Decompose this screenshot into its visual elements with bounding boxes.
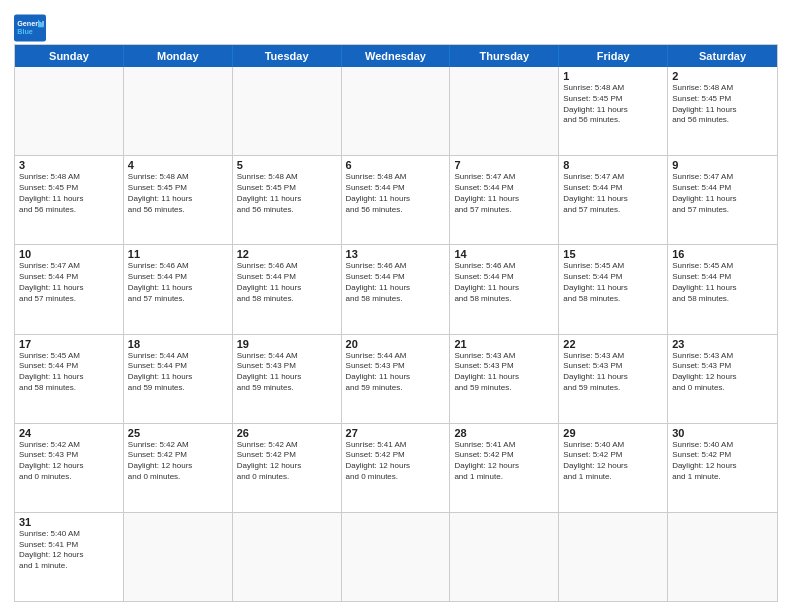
calendar-row-3: 17Sunrise: 5:45 AM Sunset: 5:44 PM Dayli… <box>15 335 777 424</box>
day-number: 19 <box>237 338 337 350</box>
day-number: 24 <box>19 427 119 439</box>
weekday-header-tuesday: Tuesday <box>233 45 342 67</box>
day-info: Sunrise: 5:46 AM Sunset: 5:44 PM Dayligh… <box>128 261 228 304</box>
calendar-cell-4-6: 30Sunrise: 5:40 AM Sunset: 5:42 PM Dayli… <box>668 424 777 512</box>
calendar-cell-3-1: 18Sunrise: 5:44 AM Sunset: 5:44 PM Dayli… <box>124 335 233 423</box>
calendar-cell-2-4: 14Sunrise: 5:46 AM Sunset: 5:44 PM Dayli… <box>450 245 559 333</box>
calendar-cell-0-6: 2Sunrise: 5:48 AM Sunset: 5:45 PM Daylig… <box>668 67 777 155</box>
calendar-cell-5-2 <box>233 513 342 601</box>
calendar-cell-1-1: 4Sunrise: 5:48 AM Sunset: 5:45 PM Daylig… <box>124 156 233 244</box>
day-info: Sunrise: 5:44 AM Sunset: 5:43 PM Dayligh… <box>346 351 446 394</box>
calendar-cell-4-3: 27Sunrise: 5:41 AM Sunset: 5:42 PM Dayli… <box>342 424 451 512</box>
day-info: Sunrise: 5:41 AM Sunset: 5:42 PM Dayligh… <box>454 440 554 483</box>
calendar-cell-0-2 <box>233 67 342 155</box>
day-info: Sunrise: 5:47 AM Sunset: 5:44 PM Dayligh… <box>672 172 773 215</box>
day-info: Sunrise: 5:42 AM Sunset: 5:43 PM Dayligh… <box>19 440 119 483</box>
calendar-cell-3-0: 17Sunrise: 5:45 AM Sunset: 5:44 PM Dayli… <box>15 335 124 423</box>
day-info: Sunrise: 5:45 AM Sunset: 5:44 PM Dayligh… <box>563 261 663 304</box>
day-info: Sunrise: 5:40 AM Sunset: 5:42 PM Dayligh… <box>563 440 663 483</box>
day-info: Sunrise: 5:48 AM Sunset: 5:45 PM Dayligh… <box>563 83 663 126</box>
day-number: 14 <box>454 248 554 260</box>
day-info: Sunrise: 5:43 AM Sunset: 5:43 PM Dayligh… <box>454 351 554 394</box>
day-number: 15 <box>563 248 663 260</box>
calendar-row-2: 10Sunrise: 5:47 AM Sunset: 5:44 PM Dayli… <box>15 245 777 334</box>
day-info: Sunrise: 5:40 AM Sunset: 5:42 PM Dayligh… <box>672 440 773 483</box>
day-number: 10 <box>19 248 119 260</box>
day-info: Sunrise: 5:46 AM Sunset: 5:44 PM Dayligh… <box>346 261 446 304</box>
day-number: 22 <box>563 338 663 350</box>
day-info: Sunrise: 5:47 AM Sunset: 5:44 PM Dayligh… <box>563 172 663 215</box>
calendar: SundayMondayTuesdayWednesdayThursdayFrid… <box>14 44 778 602</box>
day-number: 9 <box>672 159 773 171</box>
day-number: 2 <box>672 70 773 82</box>
day-info: Sunrise: 5:47 AM Sunset: 5:44 PM Dayligh… <box>19 261 119 304</box>
day-number: 25 <box>128 427 228 439</box>
day-info: Sunrise: 5:43 AM Sunset: 5:43 PM Dayligh… <box>563 351 663 394</box>
day-number: 13 <box>346 248 446 260</box>
weekday-header-monday: Monday <box>124 45 233 67</box>
calendar-cell-3-6: 23Sunrise: 5:43 AM Sunset: 5:43 PM Dayli… <box>668 335 777 423</box>
calendar-row-1: 3Sunrise: 5:48 AM Sunset: 5:45 PM Daylig… <box>15 156 777 245</box>
calendar-cell-1-0: 3Sunrise: 5:48 AM Sunset: 5:45 PM Daylig… <box>15 156 124 244</box>
day-info: Sunrise: 5:41 AM Sunset: 5:42 PM Dayligh… <box>346 440 446 483</box>
calendar-cell-2-5: 15Sunrise: 5:45 AM Sunset: 5:44 PM Dayli… <box>559 245 668 333</box>
day-number: 11 <box>128 248 228 260</box>
day-number: 12 <box>237 248 337 260</box>
calendar-cell-2-1: 11Sunrise: 5:46 AM Sunset: 5:44 PM Dayli… <box>124 245 233 333</box>
weekday-header-saturday: Saturday <box>668 45 777 67</box>
calendar-cell-1-2: 5Sunrise: 5:48 AM Sunset: 5:45 PM Daylig… <box>233 156 342 244</box>
weekday-header-wednesday: Wednesday <box>342 45 451 67</box>
calendar-cell-0-4 <box>450 67 559 155</box>
calendar-cell-0-1 <box>124 67 233 155</box>
day-number: 17 <box>19 338 119 350</box>
calendar-row-4: 24Sunrise: 5:42 AM Sunset: 5:43 PM Dayli… <box>15 424 777 513</box>
day-number: 3 <box>19 159 119 171</box>
day-info: Sunrise: 5:48 AM Sunset: 5:45 PM Dayligh… <box>19 172 119 215</box>
calendar-row-0: 1Sunrise: 5:48 AM Sunset: 5:45 PM Daylig… <box>15 67 777 156</box>
day-number: 26 <box>237 427 337 439</box>
header: General Blue <box>14 10 778 42</box>
day-info: Sunrise: 5:47 AM Sunset: 5:44 PM Dayligh… <box>454 172 554 215</box>
day-info: Sunrise: 5:40 AM Sunset: 5:41 PM Dayligh… <box>19 529 119 572</box>
calendar-cell-3-4: 21Sunrise: 5:43 AM Sunset: 5:43 PM Dayli… <box>450 335 559 423</box>
day-number: 29 <box>563 427 663 439</box>
calendar-header: SundayMondayTuesdayWednesdayThursdayFrid… <box>15 45 777 67</box>
svg-text:Blue: Blue <box>17 27 33 36</box>
day-number: 27 <box>346 427 446 439</box>
calendar-cell-5-4 <box>450 513 559 601</box>
calendar-cell-3-3: 20Sunrise: 5:44 AM Sunset: 5:43 PM Dayli… <box>342 335 451 423</box>
day-number: 1 <box>563 70 663 82</box>
day-number: 18 <box>128 338 228 350</box>
day-info: Sunrise: 5:46 AM Sunset: 5:44 PM Dayligh… <box>237 261 337 304</box>
day-info: Sunrise: 5:48 AM Sunset: 5:45 PM Dayligh… <box>237 172 337 215</box>
day-number: 5 <box>237 159 337 171</box>
calendar-cell-1-4: 7Sunrise: 5:47 AM Sunset: 5:44 PM Daylig… <box>450 156 559 244</box>
day-info: Sunrise: 5:48 AM Sunset: 5:45 PM Dayligh… <box>672 83 773 126</box>
calendar-cell-2-2: 12Sunrise: 5:46 AM Sunset: 5:44 PM Dayli… <box>233 245 342 333</box>
calendar-cell-5-5 <box>559 513 668 601</box>
calendar-cell-4-0: 24Sunrise: 5:42 AM Sunset: 5:43 PM Dayli… <box>15 424 124 512</box>
weekday-header-friday: Friday <box>559 45 668 67</box>
day-number: 28 <box>454 427 554 439</box>
calendar-cell-5-6 <box>668 513 777 601</box>
day-number: 31 <box>19 516 119 528</box>
calendar-cell-3-5: 22Sunrise: 5:43 AM Sunset: 5:43 PM Dayli… <box>559 335 668 423</box>
page: General Blue SundayMondayTuesdayWednesda… <box>0 0 792 612</box>
calendar-cell-4-2: 26Sunrise: 5:42 AM Sunset: 5:42 PM Dayli… <box>233 424 342 512</box>
day-info: Sunrise: 5:43 AM Sunset: 5:43 PM Dayligh… <box>672 351 773 394</box>
day-number: 23 <box>672 338 773 350</box>
day-info: Sunrise: 5:48 AM Sunset: 5:44 PM Dayligh… <box>346 172 446 215</box>
calendar-cell-0-3 <box>342 67 451 155</box>
day-info: Sunrise: 5:42 AM Sunset: 5:42 PM Dayligh… <box>237 440 337 483</box>
calendar-cell-1-3: 6Sunrise: 5:48 AM Sunset: 5:44 PM Daylig… <box>342 156 451 244</box>
calendar-cell-0-0 <box>15 67 124 155</box>
calendar-cell-5-0: 31Sunrise: 5:40 AM Sunset: 5:41 PM Dayli… <box>15 513 124 601</box>
logo: General Blue <box>14 14 46 42</box>
calendar-cell-2-0: 10Sunrise: 5:47 AM Sunset: 5:44 PM Dayli… <box>15 245 124 333</box>
day-info: Sunrise: 5:42 AM Sunset: 5:42 PM Dayligh… <box>128 440 228 483</box>
day-number: 30 <box>672 427 773 439</box>
day-number: 4 <box>128 159 228 171</box>
day-info: Sunrise: 5:46 AM Sunset: 5:44 PM Dayligh… <box>454 261 554 304</box>
calendar-cell-0-5: 1Sunrise: 5:48 AM Sunset: 5:45 PM Daylig… <box>559 67 668 155</box>
calendar-cell-4-5: 29Sunrise: 5:40 AM Sunset: 5:42 PM Dayli… <box>559 424 668 512</box>
